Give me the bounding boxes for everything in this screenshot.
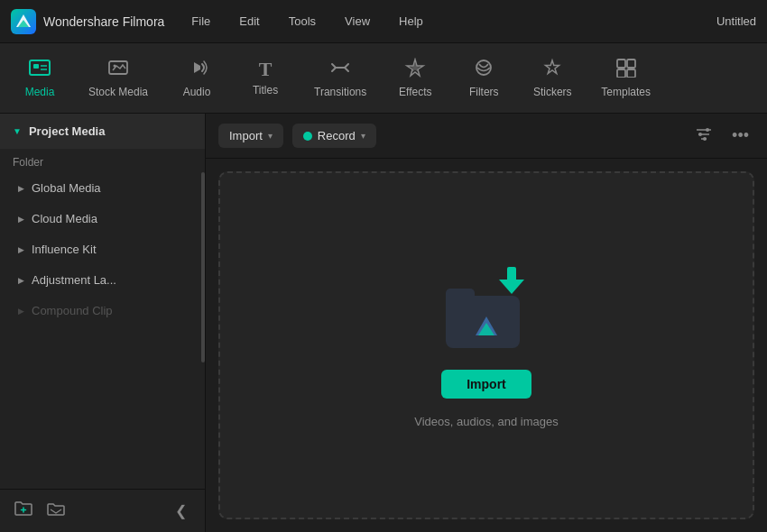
sidebar: ▼ Project Media Folder ▶ Global Media ▶ … bbox=[0, 114, 206, 532]
drop-zone[interactable]: Import Videos, audios, and images bbox=[218, 171, 754, 519]
tab-media[interactable]: Media bbox=[7, 50, 72, 105]
svg-rect-2 bbox=[30, 60, 50, 75]
menu-help[interactable]: Help bbox=[393, 11, 429, 32]
svg-rect-3 bbox=[33, 64, 39, 69]
menu-view[interactable]: View bbox=[339, 11, 375, 32]
media-icon bbox=[29, 58, 51, 81]
sidebar-item-adjustment[interactable]: ▶ Adjustment La... bbox=[5, 265, 199, 295]
sidebar-scrollbar[interactable] bbox=[201, 172, 205, 362]
tab-bar: Media Stock Media Audio T Titles bbox=[0, 43, 767, 114]
svg-rect-14 bbox=[627, 69, 635, 78]
tab-effects[interactable]: Effects bbox=[383, 50, 448, 105]
effects-icon bbox=[404, 58, 426, 81]
templates-icon bbox=[615, 58, 637, 81]
drop-zone-import-button[interactable]: Import bbox=[441, 370, 531, 399]
tab-transitions-label: Transitions bbox=[314, 86, 366, 98]
import-label: Import bbox=[229, 129, 263, 142]
import-folder-icon bbox=[441, 263, 531, 353]
record-label: Record bbox=[318, 129, 356, 142]
menu-bar: File Edit Tools View Help bbox=[186, 11, 716, 32]
sidebar-arrow-icon: ▼ bbox=[13, 126, 22, 136]
svg-point-22 bbox=[703, 137, 707, 141]
import-button[interactable]: Import ▾ bbox=[218, 124, 283, 148]
tab-stock-media-label: Stock Media bbox=[88, 86, 148, 98]
sidebar-project-media[interactable]: ▼ Project Media bbox=[0, 114, 205, 149]
tab-titles[interactable]: T Titles bbox=[233, 52, 298, 104]
sidebar-footer: ❮ bbox=[0, 489, 205, 532]
audio-icon bbox=[186, 58, 208, 81]
tab-audio-label: Audio bbox=[183, 86, 211, 98]
tab-stickers-label: Stickers bbox=[533, 86, 572, 98]
tab-templates[interactable]: Templates bbox=[588, 50, 663, 105]
filter-sort-icon[interactable] bbox=[690, 124, 717, 149]
sidebar-section-folder: Folder bbox=[0, 149, 205, 172]
sidebar-item-label-compound: Compound Clip bbox=[32, 304, 113, 317]
new-folder-button[interactable] bbox=[11, 497, 36, 525]
app-logo: Wondershare Filmora bbox=[11, 9, 164, 34]
record-dropdown-icon: ▾ bbox=[361, 131, 365, 141]
media-toolbar: Import ▾ Record ▾ ••• bbox=[206, 114, 767, 159]
title-bar: Wondershare Filmora File Edit Tools View… bbox=[0, 0, 767, 43]
svg-rect-12 bbox=[627, 60, 635, 68]
menu-edit[interactable]: Edit bbox=[234, 11, 264, 32]
tab-filters-label: Filters bbox=[469, 86, 499, 98]
stickers-icon bbox=[541, 58, 563, 81]
sidebar-item-arrow-cloud: ▶ bbox=[18, 215, 24, 224]
tab-transitions[interactable]: Transitions bbox=[301, 50, 379, 105]
transitions-icon bbox=[328, 58, 352, 81]
svg-marker-9 bbox=[410, 62, 420, 72]
sidebar-item-compound[interactable]: ▶ Compound Clip bbox=[5, 296, 199, 326]
tab-audio[interactable]: Audio bbox=[164, 50, 229, 105]
record-button[interactable]: Record ▾ bbox=[292, 124, 376, 148]
sidebar-item-label-adjustment: Adjustment La... bbox=[32, 273, 116, 287]
menu-file[interactable]: File bbox=[186, 11, 216, 32]
window-title: Untitled bbox=[716, 14, 756, 28]
tab-stickers[interactable]: Stickers bbox=[520, 50, 585, 105]
filters-icon bbox=[473, 58, 494, 81]
sidebar-collapse-button[interactable]: ❮ bbox=[168, 499, 194, 523]
more-options-icon[interactable]: ••• bbox=[726, 123, 754, 149]
svg-rect-25 bbox=[507, 267, 516, 281]
drop-zone-hint: Videos, audios, and images bbox=[414, 415, 558, 428]
drop-zone-content: Import Videos, audios, and images bbox=[414, 263, 558, 428]
tab-effects-label: Effects bbox=[399, 86, 431, 98]
svg-marker-26 bbox=[499, 280, 524, 294]
svg-rect-11 bbox=[617, 60, 625, 68]
sidebar-item-arrow-influence: ▶ bbox=[18, 245, 24, 254]
svg-point-7 bbox=[114, 65, 116, 68]
sidebar-item-global-media[interactable]: ▶ Global Media bbox=[5, 173, 199, 203]
open-folder-button[interactable] bbox=[43, 497, 69, 525]
import-dropdown-icon: ▾ bbox=[268, 131, 273, 141]
sidebar-header-label: Project Media bbox=[29, 124, 106, 138]
tab-stock-media[interactable]: Stock Media bbox=[76, 50, 161, 105]
sidebar-item-label-influence: Influence Kit bbox=[32, 243, 97, 256]
svg-rect-13 bbox=[617, 69, 625, 78]
titles-icon: T bbox=[259, 60, 273, 79]
menu-tools[interactable]: Tools bbox=[283, 11, 321, 32]
record-dot-icon bbox=[303, 132, 312, 141]
app-name-label: Wondershare Filmora bbox=[43, 14, 164, 29]
svg-point-20 bbox=[706, 128, 709, 132]
svg-point-21 bbox=[698, 133, 702, 136]
tab-filters[interactable]: Filters bbox=[451, 50, 516, 105]
tab-templates-label: Templates bbox=[601, 86, 651, 98]
tab-media-label: Media bbox=[25, 86, 55, 98]
arrow-down-icon bbox=[499, 267, 524, 299]
main-content: ▼ Project Media Folder ▶ Global Media ▶ … bbox=[0, 114, 767, 532]
tab-titles-label: Titles bbox=[253, 84, 278, 96]
sidebar-item-arrow-compound: ▶ bbox=[18, 307, 24, 316]
sidebar-item-arrow-adjustment: ▶ bbox=[18, 276, 24, 285]
sidebar-item-arrow-global: ▶ bbox=[18, 184, 24, 193]
sidebar-item-label-global: Global Media bbox=[32, 181, 101, 195]
app-logo-icon bbox=[11, 9, 36, 34]
media-panel: Import ▾ Record ▾ ••• bbox=[206, 114, 767, 532]
sidebar-list: ▶ Global Media ▶ Cloud Media ▶ Influence… bbox=[0, 172, 205, 489]
sidebar-item-influence-kit[interactable]: ▶ Influence Kit bbox=[5, 234, 199, 264]
sidebar-item-cloud-media[interactable]: ▶ Cloud Media bbox=[5, 204, 199, 234]
stock-media-icon bbox=[107, 58, 129, 81]
sidebar-item-label-cloud: Cloud Media bbox=[32, 212, 97, 225]
